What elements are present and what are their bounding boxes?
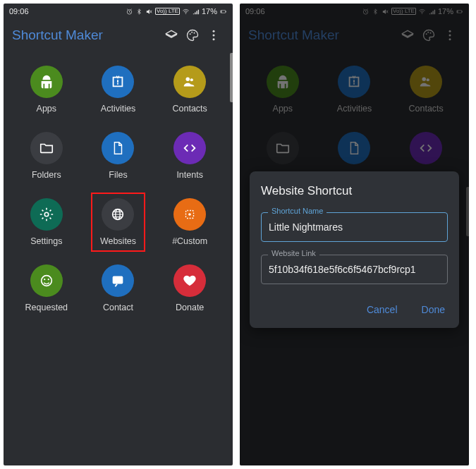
shortcut-name-input[interactable]: Little Nightmares xyxy=(261,212,448,242)
theme-button[interactable] xyxy=(418,25,439,46)
widgets-button[interactable] xyxy=(397,25,418,46)
widgets-button[interactable] xyxy=(161,25,182,46)
tile-custom[interactable]: #Custom xyxy=(154,198,226,246)
done-button[interactable]: Done xyxy=(419,300,448,319)
website-link-input[interactable]: 5f10b34f618e5f6c6f5467bcf9rcp1 xyxy=(261,255,448,284)
tile-label: Intents xyxy=(176,170,203,180)
scroll-indicator xyxy=(466,187,469,236)
face-icon xyxy=(30,264,63,297)
app-bar: Shortcut Maker xyxy=(4,19,233,51)
gear-icon xyxy=(30,198,63,231)
tile-label: Contact xyxy=(103,303,133,312)
custom-icon xyxy=(173,198,206,231)
tile-donate[interactable]: Donate xyxy=(154,264,226,312)
net-badge: Vo)) LTE xyxy=(155,8,180,15)
activity-icon xyxy=(102,66,134,98)
tile-label: Contacts xyxy=(408,104,443,114)
shortcut-name-field[interactable]: Shortcut Name Little Nightmares xyxy=(261,212,448,242)
app-bar: Shortcut Maker xyxy=(240,19,469,51)
field-label: Website Link xyxy=(268,249,319,257)
screenshot-right: 09:06 Vo)) LTE 17% Shortcut Maker AppsAc… xyxy=(240,4,469,465)
tile-label: Folders xyxy=(32,170,61,180)
file-icon xyxy=(102,132,134,164)
signal-icon xyxy=(192,8,200,16)
tile-label: Requested xyxy=(25,303,68,312)
app-title: Shortcut Maker xyxy=(12,28,161,43)
status-bar: 09:06 Vo)) LTE 17% xyxy=(240,4,469,19)
field-label: Shortcut Name xyxy=(268,207,327,215)
scroll-indicator xyxy=(230,53,233,102)
mute-icon xyxy=(382,8,389,16)
tile-label: Activities xyxy=(101,104,135,114)
tile-label: Contacts xyxy=(172,104,207,114)
tile-label: Websites xyxy=(100,236,136,246)
tile-requested[interactable]: Requested xyxy=(11,264,83,312)
tile-apps[interactable]: Apps xyxy=(11,66,83,114)
chat-icon xyxy=(102,264,134,297)
tile-folders[interactable]: Folders xyxy=(11,132,83,180)
alarm-icon xyxy=(362,8,370,16)
wifi-icon xyxy=(182,8,190,16)
status-icons: Vo)) LTE 17% xyxy=(362,7,463,16)
tile-activities[interactable]: Activities xyxy=(83,66,154,114)
activity-icon xyxy=(338,66,370,98)
net-badge: Vo)) LTE xyxy=(391,8,416,15)
tile-label: Files xyxy=(109,170,127,180)
wifi-icon xyxy=(418,8,426,16)
heart-icon xyxy=(173,264,206,297)
status-bar: 09:06 Vo)) LTE 17% xyxy=(4,4,233,19)
tile-intents[interactable]: Intents xyxy=(154,132,226,180)
bluetooth-icon xyxy=(135,8,143,16)
folder-icon xyxy=(267,132,299,164)
tile-settings[interactable]: Settings xyxy=(11,198,83,246)
tile-grid: AppsActivitiesContactsFoldersFilesIntent… xyxy=(4,51,233,327)
tile-label: Apps xyxy=(273,104,293,114)
battery-pct: 17% xyxy=(202,7,217,16)
mute-icon xyxy=(145,8,153,16)
website-shortcut-dialog: Website Shortcut Shortcut Name Little Ni… xyxy=(250,171,459,328)
tile-contacts[interactable]: Contacts xyxy=(154,66,226,114)
tile-contact[interactable]: Contact xyxy=(83,264,154,312)
dialog-title: Website Shortcut xyxy=(261,184,448,198)
tile-files[interactable]: Files xyxy=(83,132,154,180)
status-icons: Vo)) LTE 17% xyxy=(126,7,227,16)
globe-icon xyxy=(102,198,134,231)
theme-button[interactable] xyxy=(182,25,203,46)
overflow-button[interactable] xyxy=(439,25,460,46)
android-icon xyxy=(267,66,299,98)
overflow-button[interactable] xyxy=(203,25,224,46)
status-time: 09:06 xyxy=(245,7,265,16)
website-link-field[interactable]: Website Link 5f10b34f618e5f6c6f5467bcf9r… xyxy=(261,255,448,284)
tile-label: Donate xyxy=(176,303,204,312)
code-icon xyxy=(410,132,442,164)
tile-label: Settings xyxy=(30,236,62,246)
battery-icon xyxy=(456,8,463,16)
android-icon xyxy=(30,66,63,98)
tile-activities[interactable]: Activities xyxy=(319,66,391,114)
bluetooth-icon xyxy=(372,8,379,16)
tile-contacts[interactable]: Contacts xyxy=(390,66,462,114)
contacts-icon xyxy=(410,66,442,98)
tile-websites[interactable]: Websites xyxy=(83,198,154,246)
file-icon xyxy=(338,132,370,164)
tile-apps[interactable]: Apps xyxy=(247,66,319,114)
tile-label: #Custom xyxy=(172,236,207,246)
battery-pct: 17% xyxy=(438,7,453,16)
code-icon xyxy=(173,132,206,164)
screenshot-left: 09:06 Vo)) LTE 17% Shortcut Maker AppsAc… xyxy=(4,4,233,465)
tile-label: Apps xyxy=(37,104,57,114)
contacts-icon xyxy=(173,66,206,98)
alarm-icon xyxy=(126,8,133,16)
dialog-actions: Cancel Done xyxy=(261,297,448,319)
tile-label: Activities xyxy=(337,104,372,114)
cancel-button[interactable]: Cancel xyxy=(364,300,401,319)
status-time: 09:06 xyxy=(9,7,29,16)
folder-icon xyxy=(30,132,63,164)
signal-icon xyxy=(428,8,436,16)
app-title: Shortcut Maker xyxy=(248,28,397,43)
battery-icon xyxy=(219,8,227,16)
